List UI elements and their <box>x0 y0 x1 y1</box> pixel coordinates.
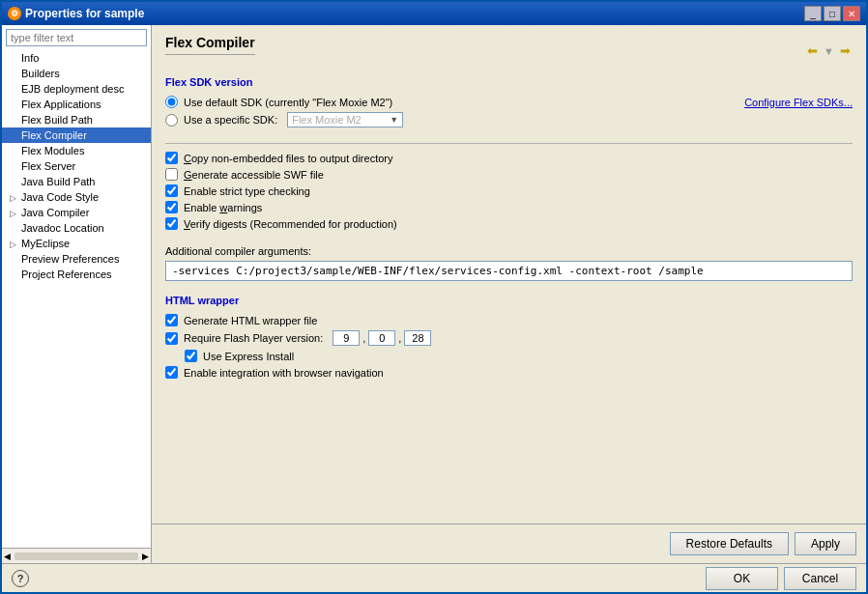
checkbox-accessible-label: Generate accessible SWF file <box>184 169 324 181</box>
checkbox-flash-player-input[interactable] <box>165 332 178 345</box>
sidebar-item-info[interactable]: Info <box>2 50 151 66</box>
radio-specific-sdk[interactable] <box>165 114 178 127</box>
help-icon[interactable]: ? <box>12 570 29 587</box>
sidebar-item-label: MyEclipse <box>21 238 70 249</box>
window-title: Properties for sample <box>25 7 144 20</box>
sidebar-item-java-code-style[interactable]: ▷ Java Code Style <box>2 189 151 205</box>
args-input[interactable] <box>165 261 853 281</box>
html-section: HTML wrapper Generate HTML wrapper file … <box>165 295 853 379</box>
checkbox-copy-files[interactable] <box>165 152 178 164</box>
checkbox-flash-player-label: Require Flash Player version: <box>184 332 323 344</box>
minimize-button[interactable]: _ <box>804 6 822 21</box>
footer-buttons: OK Cancel <box>706 567 856 590</box>
radio-default-row: Use default SDK (currently "Flex Moxie M… <box>165 96 853 108</box>
sidebar-item-flex-applications[interactable]: Flex Applications <box>2 97 151 112</box>
close-button[interactable]: ✕ <box>843 6 860 21</box>
scroll-left-icon[interactable]: ◀ <box>2 552 13 561</box>
restore-defaults-button[interactable]: Restore Defaults <box>670 532 789 555</box>
sidebar-item-preview-preferences[interactable]: Preview Preferences <box>2 251 151 267</box>
sidebar-item-java-build-path[interactable]: Java Build Path <box>2 174 151 189</box>
content-area: Info Builders EJB deployment desc Flex A… <box>2 25 866 563</box>
bottom-bar: Restore Defaults Apply <box>152 523 866 563</box>
version-sep-2: , <box>398 332 401 344</box>
filter-input[interactable] <box>6 29 147 46</box>
checkbox-generate-html-input[interactable] <box>165 314 178 326</box>
sidebar-item-label: Java Compiler <box>21 207 89 218</box>
title-bar-controls: _ □ ✕ <box>804 6 860 21</box>
checkbox-verify-label: Verify digests (Recommended for producti… <box>184 218 397 230</box>
forward-button[interactable]: ➡ <box>838 43 853 58</box>
sidebar-item-label: Info <box>21 52 39 64</box>
cancel-button[interactable]: Cancel <box>784 567 856 590</box>
sidebar-item-flex-server[interactable]: Flex Server <box>2 158 151 174</box>
sidebar-item-myeclipse[interactable]: ▷ MyEclipse <box>2 236 151 251</box>
checkbox-strict[interactable] <box>165 184 178 197</box>
checkbox-accessible[interactable] <box>165 168 178 181</box>
sidebar: Info Builders EJB deployment desc Flex A… <box>2 25 152 563</box>
sidebar-scrollbar[interactable]: ◀ ▶ <box>2 548 151 563</box>
tree: Info Builders EJB deployment desc Flex A… <box>2 50 151 548</box>
sidebar-item-java-compiler[interactable]: ▷ Java Compiler <box>2 205 151 220</box>
expand-icon: ▷ <box>10 240 21 249</box>
window-icon: ⚙ <box>8 7 21 20</box>
checkbox-row-2: Generate accessible SWF file <box>165 168 853 181</box>
panel-title: Flex Compiler <box>165 35 255 55</box>
sidebar-item-flex-compiler[interactable]: Flex Compiler <box>2 127 151 143</box>
sidebar-item-javadoc-location[interactable]: Javadoc Location <box>2 220 151 236</box>
checkbox-row-3: Enable strict type checking <box>165 184 853 197</box>
sidebar-item-ejb-deployment-desc[interactable]: EJB deployment desc <box>2 81 151 97</box>
version-patch-input[interactable] <box>404 330 431 346</box>
radio-specific-row: Use a specific SDK: Flex Moxie M2 ▼ <box>165 112 853 127</box>
sidebar-item-label: Preview Preferences <box>21 253 120 265</box>
sidebar-item-label: Flex Applications <box>21 99 101 110</box>
sidebar-item-label: Flex Modules <box>21 145 84 156</box>
checkbox-nav-label: Enable integration with browser navigati… <box>184 367 384 379</box>
separator1 <box>165 143 853 144</box>
back-button[interactable]: ⬅ <box>805 43 820 58</box>
sidebar-item-label: Flex Compiler <box>21 129 87 141</box>
checkbox-warnings-label: Enable warnings <box>184 202 262 213</box>
configure-sdks-link[interactable]: Configure Flex SDKs... <box>744 97 853 108</box>
nav-arrows: ⬅ ▼ ➡ <box>805 43 853 58</box>
expand-icon: ▷ <box>10 193 21 203</box>
args-label: Additional compiler arguments: <box>165 245 853 257</box>
version-major-input[interactable] <box>333 330 360 346</box>
version-minor-input[interactable] <box>368 330 395 346</box>
checkbox-row-1: Copy non-embedded files to output direct… <box>165 152 853 164</box>
checkbox-generate-html-label: Generate HTML wrapper file <box>184 315 317 326</box>
checkbox-warnings[interactable] <box>165 201 178 213</box>
sidebar-item-flex-modules[interactable]: Flex Modules <box>2 143 151 158</box>
sidebar-item-label: Javadoc Location <box>21 222 104 234</box>
radio-default-sdk[interactable] <box>165 96 178 108</box>
sidebar-item-label: Flex Build Path <box>21 114 93 126</box>
checkbox-verify[interactable] <box>165 217 178 230</box>
main-panel: Flex Compiler ⬅ ▼ ➡ Flex SDK version Use… <box>152 25 866 563</box>
sidebar-item-label: Java Build Path <box>21 176 95 187</box>
checkbox-express-input[interactable] <box>185 350 197 362</box>
sidebar-item-project-references[interactable]: Project References <box>2 267 151 282</box>
sidebar-item-label: Flex Server <box>21 160 75 172</box>
checkbox-nav-input[interactable] <box>165 366 178 379</box>
checkbox-express-label: Use Express Install <box>203 351 294 362</box>
ok-button[interactable]: OK <box>706 567 778 590</box>
sdk-dropdown-arrow-icon: ▼ <box>390 115 398 125</box>
radio-default-label: Use default SDK (currently "Flex Moxie M… <box>184 97 392 108</box>
main-content: Flex SDK version Use default SDK (curren… <box>152 67 866 523</box>
sidebar-item-label: Builders <box>21 68 60 79</box>
checkbox-row-4: Enable warnings <box>165 201 853 213</box>
sidebar-item-label: Java Code Style <box>21 191 99 203</box>
sidebar-item-label: Project References <box>21 269 112 280</box>
checkbox-copy-label: Copy non-embedded files to output direct… <box>184 153 392 164</box>
sidebar-item-flex-build-path[interactable]: Flex Build Path <box>2 112 151 127</box>
scroll-right-icon[interactable]: ▶ <box>140 552 151 561</box>
version-sep-1: , <box>362 332 365 344</box>
maximize-button[interactable]: □ <box>824 6 841 21</box>
expand-icon: ▷ <box>10 209 21 218</box>
apply-button[interactable]: Apply <box>795 532 856 555</box>
sidebar-item-builders[interactable]: Builders <box>2 66 151 81</box>
sdk-section-title: Flex SDK version <box>165 76 853 88</box>
sdk-dropdown[interactable]: Flex Moxie M2 ▼ <box>287 112 403 127</box>
scroll-track <box>14 552 138 560</box>
checkbox-nav-row: Enable integration with browser navigati… <box>165 366 853 379</box>
checkboxes-section: Copy non-embedded files to output direct… <box>165 152 853 230</box>
